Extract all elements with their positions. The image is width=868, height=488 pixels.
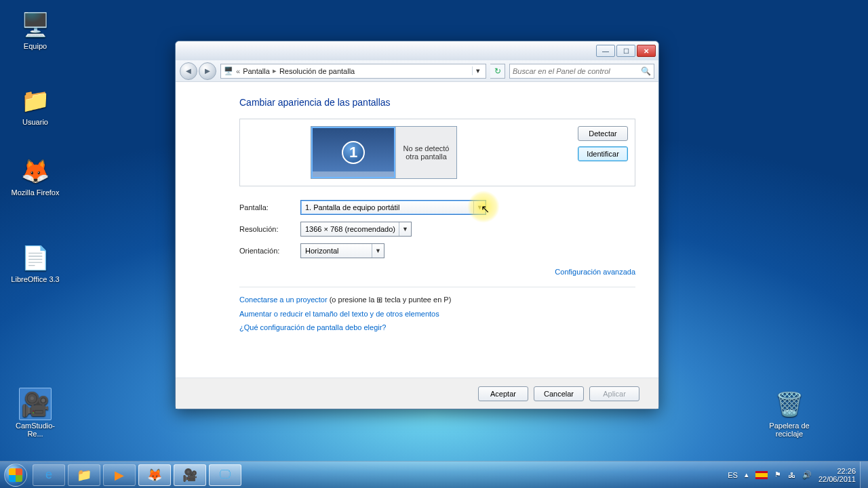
show-desktop-button[interactable] [860, 462, 868, 489]
maximize-button[interactable]: ☐ [616, 45, 635, 57]
resolucion-label: Resolución: [239, 225, 300, 233]
taskbar-media[interactable]: ▶ [103, 464, 136, 486]
monitor-thumbnail-1[interactable]: 1 [311, 127, 395, 178]
content-area: Cambiar apariencia de las pantallas 1 No… [176, 82, 658, 409]
taskbar-display-settings[interactable]: 🖵 [209, 464, 241, 486]
ok-button[interactable]: Aceptar [478, 386, 528, 401]
breadcrumb-crumb[interactable]: Pantalla▸ [243, 66, 277, 75]
volume-icon[interactable]: 🔊 [802, 470, 812, 479]
desktop-icon-label: CamStudio-Re... [9, 422, 61, 438]
firefox-icon: 🦊 [147, 468, 162, 483]
address-dropdown[interactable]: ▾ [472, 66, 483, 75]
chevron-down-icon: ▼ [372, 244, 384, 258]
windows-orb-icon [4, 464, 27, 487]
back-button[interactable]: ◄ [180, 62, 197, 80]
desktop-icon-equipo[interactable]: 🖥️ Equipo [9, 8, 61, 50]
media-icon: ▶ [115, 468, 124, 483]
system-tray[interactable]: ES ▴ ⚑ 🖧 🔊 22:26 22/06/2011 [728, 467, 860, 483]
desktop-icon-usuario[interactable]: 📁 Usuario [9, 84, 61, 126]
desktop-icon-label: Equipo [9, 42, 61, 50]
resolucion-select[interactable]: 1366 × 768 (recomendado) ▼ [300, 222, 412, 237]
cursor-icon: ↖ [481, 203, 490, 216]
ie-icon: e [45, 468, 52, 482]
start-button[interactable] [0, 462, 31, 489]
search-icon: 🔍 [641, 66, 651, 76]
projector-hint: tecla y puntee en P) [382, 296, 451, 304]
computer-icon: 🖥️ [19, 8, 52, 41]
desktop-icon-label: Usuario [9, 118, 61, 126]
page-title: Cambiar apariencia de las pantallas [239, 97, 635, 108]
desktop-icon-firefox[interactable]: 🦊 Mozilla Firefox [9, 155, 61, 197]
forward-button[interactable]: ► [199, 62, 216, 80]
titlebar[interactable]: — ☐ ✕ [176, 41, 658, 60]
resolucion-select-value: 1366 × 768 (recomendado) [305, 225, 395, 233]
desktop-icon-label: LibreOffice 3.3 [9, 275, 61, 283]
monitor-not-detected: No se detectó otra pantalla [395, 127, 456, 178]
taskbar-ie[interactable]: e [33, 464, 65, 486]
desktop-icon-label: Papelera de reciclaje [764, 422, 815, 438]
orientacion-select-value: Horizontal [305, 247, 339, 255]
breadcrumb-crumb[interactable]: Resolución de pantalla [279, 67, 355, 75]
apply-button[interactable]: Aplicar [589, 386, 639, 401]
taskbar-camstudio[interactable]: 🎥 [174, 464, 206, 486]
firefox-icon: 🦊 [19, 155, 52, 187]
advanced-settings-link[interactable]: Configuración avanzada [555, 268, 635, 276]
document-icon: 📄 [19, 241, 52, 274]
taskbar-firefox[interactable]: 🦊 [138, 464, 171, 486]
orientacion-select[interactable]: Horizontal ▼ [300, 243, 384, 258]
flag-icon[interactable] [755, 471, 768, 479]
breadcrumb-sep: « [236, 67, 240, 75]
desktop-icon-label: Mozilla Firefox [9, 188, 61, 197]
recorder-icon: 🎥 [182, 468, 197, 483]
action-center-icon[interactable]: ⚑ [774, 470, 781, 479]
dialog-footer: Aceptar Cancelar Aplicar [176, 378, 658, 409]
projector-hint: (o presione la [328, 296, 377, 304]
folder-icon: 📁 [19, 84, 52, 117]
control-panel-icon: 🖥️ [224, 66, 233, 75]
refresh-button[interactable]: ↻ [490, 64, 505, 79]
desktop-icon-libreoffice[interactable]: 📄 LibreOffice 3.3 [9, 241, 61, 283]
which-config-link[interactable]: ¿Qué configuración de pantalla debo eleg… [239, 323, 386, 331]
detect-button[interactable]: Detectar [578, 126, 628, 141]
close-button[interactable]: ✕ [637, 45, 656, 57]
folder-icon: 📁 [77, 468, 92, 483]
display-settings-window: — ☐ ✕ ◄ ► 🖥️ « Pantalla▸ Resolución de p… [175, 41, 659, 409]
recorder-icon: 🎥 [19, 388, 52, 420]
address-bar[interactable]: 🖥️ « Pantalla▸ Resolución de pantalla ▾ [220, 64, 486, 79]
search-input[interactable] [513, 67, 641, 75]
trash-icon: 🗑️ [773, 388, 806, 420]
projector-link[interactable]: Conectarse a un proyector [239, 296, 328, 304]
taskbar[interactable]: e 📁 ▶ 🦊 🎥 🖵 ES ▴ ⚑ 🖧 🔊 22:26 22/06/2011 [0, 461, 868, 488]
desktop-icon-recycle[interactable]: 🗑️ Papelera de reciclaje [764, 388, 815, 438]
identify-button[interactable]: Identificar [578, 146, 628, 161]
tray-expand-icon[interactable]: ▴ [745, 470, 749, 479]
monitor-icon: 🖵 [219, 468, 231, 482]
display-preview: 1 No se detectó otra pantalla Detectar I… [239, 119, 635, 186]
pantalla-label: Pantalla: [239, 203, 300, 211]
resize-text-link[interactable]: Aumentar o reducir el tamaño del texto y… [239, 310, 439, 318]
nav-row: ◄ ► 🖥️ « Pantalla▸ Resolución de pantall… [176, 60, 658, 82]
monitor-number-badge: 1 [342, 141, 365, 164]
search-box[interactable]: 🔍 [509, 64, 654, 79]
pantalla-select[interactable]: 1. Pantalla de equipo portátil ▼ [300, 200, 486, 215]
pantalla-select-value: 1. Pantalla de equipo portátil [305, 203, 399, 211]
clock-date[interactable]: 22/06/2011 [818, 475, 856, 483]
orientacion-label: Orientación: [239, 247, 300, 255]
chevron-down-icon: ▼ [399, 222, 411, 236]
clock-time[interactable]: 22:26 [818, 467, 856, 475]
network-icon[interactable]: 🖧 [788, 471, 795, 479]
taskbar-explorer[interactable]: 📁 [68, 464, 100, 486]
minimize-button[interactable]: — [596, 45, 615, 57]
cancel-button[interactable]: Cancelar [534, 386, 584, 401]
desktop-icon-camstudio[interactable]: 🎥 CamStudio-Re... [9, 388, 61, 438]
language-indicator[interactable]: ES [728, 471, 738, 479]
